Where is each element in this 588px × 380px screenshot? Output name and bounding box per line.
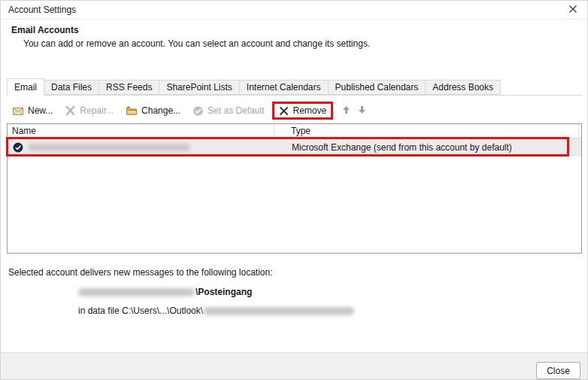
list-header: Name Type — [8, 124, 581, 138]
bottom-bar: Close — [1, 352, 587, 380]
delivery-location-text: Selected account delivers new messages t… — [8, 267, 273, 278]
move-up-icon[interactable] — [342, 105, 350, 117]
move-down-icon[interactable] — [358, 105, 366, 117]
repair-button-label: Repair... — [80, 105, 114, 116]
remove-button[interactable]: Remove — [272, 102, 333, 120]
change-button[interactable]: Change... — [120, 102, 186, 119]
tab-email[interactable]: Email — [7, 78, 44, 96]
account-row[interactable]: Microsoft Exchange (send from this accou… — [8, 138, 581, 157]
redacted-account-name — [28, 144, 190, 151]
data-file-line: in data file C:\Users\...\Outlook\ — [78, 306, 354, 316]
default-account-check-icon — [13, 142, 23, 153]
toolbar: New... Repair... Change... — [7, 99, 366, 122]
page-description: You can add or remove an account. You ca… — [23, 38, 370, 49]
repair-icon — [65, 105, 76, 116]
window-close-button[interactable] — [559, 1, 587, 20]
change-button-label: Change... — [141, 105, 180, 116]
tab-internet-calendars[interactable]: Internet Calendars — [239, 80, 329, 95]
account-type-cell: Microsoft Exchange (send from this accou… — [274, 142, 579, 153]
close-icon — [568, 5, 577, 16]
tab-data-files[interactable]: Data Files — [44, 80, 99, 95]
repair-button[interactable]: Repair... — [59, 102, 119, 119]
tab-sharepoint-lists[interactable]: SharePoint Lists — [159, 80, 239, 95]
tab-strip: Email Data Files RSS Feeds SharePoint Li… — [7, 78, 582, 96]
account-name-cell — [8, 142, 274, 153]
data-file-path-label: in data file C:\Users\...\Outlook\ — [78, 306, 203, 316]
reorder-arrows — [342, 105, 366, 117]
new-account-icon — [12, 105, 24, 116]
column-header-type[interactable]: Type — [274, 124, 579, 138]
account-settings-dialog: Account Settings Email Accounts You can … — [0, 0, 588, 380]
column-header-filler — [579, 124, 581, 138]
set-default-check-icon — [192, 105, 204, 117]
close-button[interactable]: Close — [536, 362, 580, 379]
column-header-name[interactable]: Name — [8, 124, 274, 138]
mailbox-location-line: \Posteingang — [78, 287, 252, 297]
remove-x-icon — [279, 106, 289, 116]
titlebar: Account Settings — [1, 1, 587, 20]
account-list: Name Type Microsoft Exchange (send from … — [7, 123, 582, 254]
set-as-default-button-label: Set as Default — [208, 105, 264, 116]
window-title: Account Settings — [8, 1, 76, 20]
redacted-data-file-name — [204, 307, 354, 315]
tab-rss-feeds[interactable]: RSS Feeds — [99, 80, 159, 95]
tab-address-books[interactable]: Address Books — [425, 80, 501, 95]
mailbox-folder-label: \Posteingang — [195, 287, 252, 297]
tab-published-calendars[interactable]: Published Calendars — [328, 80, 426, 95]
set-as-default-button[interactable]: Set as Default — [187, 102, 269, 120]
new-button[interactable]: New... — [7, 102, 58, 119]
column-header-type-label: Type — [291, 126, 311, 136]
column-header-name-label: Name — [12, 126, 36, 136]
redacted-mailbox-name — [78, 288, 195, 296]
change-folder-icon — [126, 105, 138, 116]
new-button-label: New... — [28, 105, 53, 116]
page-title: Email Accounts — [11, 25, 79, 35]
remove-button-label: Remove — [292, 105, 326, 116]
